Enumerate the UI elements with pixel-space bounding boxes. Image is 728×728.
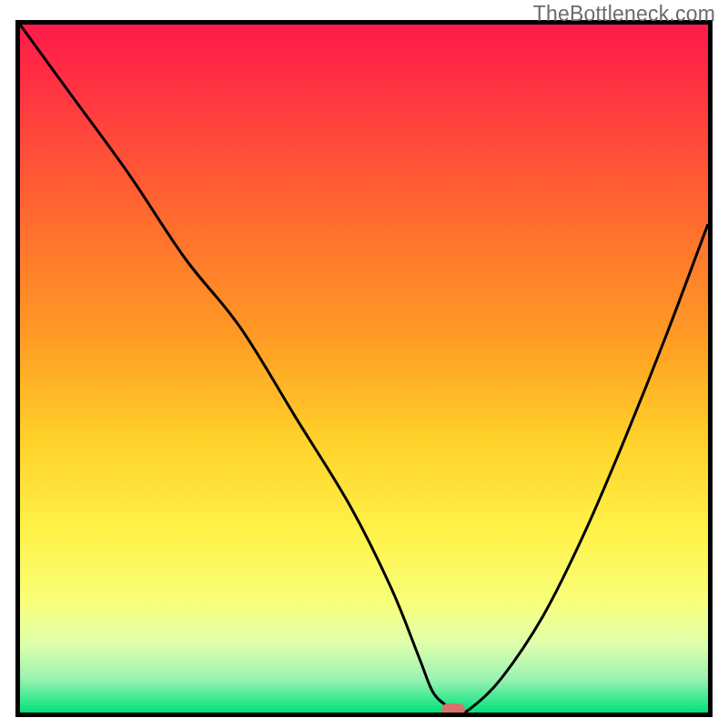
watermark-text: TheBottleneck.com: [533, 2, 715, 26]
plot-frame: [15, 20, 713, 717]
plot-svg: [20, 25, 708, 713]
plot-background: [20, 25, 708, 713]
minimum-marker: [441, 703, 465, 716]
chart-container: TheBottleneck.com: [0, 0, 728, 728]
